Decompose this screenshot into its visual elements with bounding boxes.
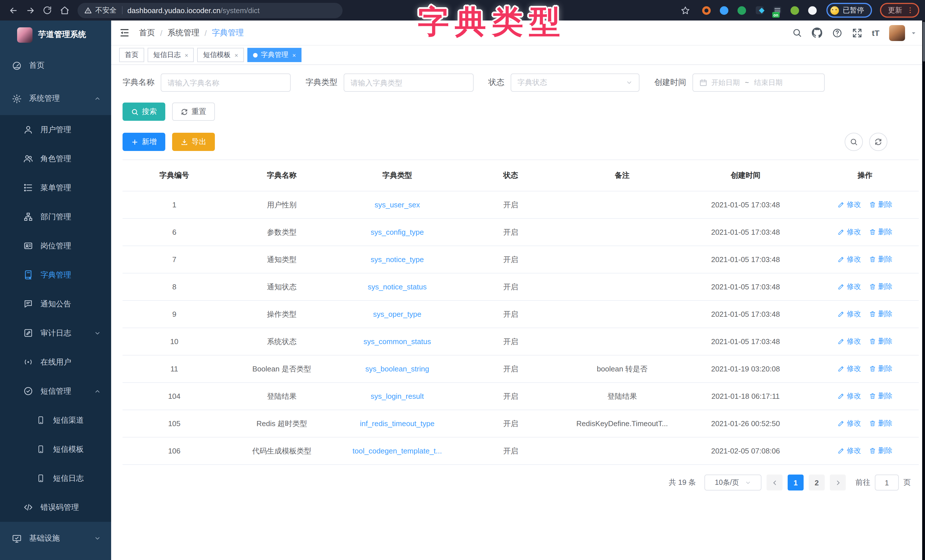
cell-type[interactable]: tool_codegen_template_t... bbox=[337, 437, 457, 465]
delete-row-button[interactable]: 删除 bbox=[869, 391, 892, 401]
switch-on-extension-icon[interactable]: on bbox=[773, 6, 782, 15]
delete-row-button[interactable]: 删除 bbox=[869, 364, 892, 374]
cell-type[interactable]: sys_login_result bbox=[337, 382, 457, 410]
tab-短信日志[interactable]: 短信日志× bbox=[148, 48, 194, 62]
sidebar-item-error-code[interactable]: 错误码管理 bbox=[0, 493, 111, 522]
dict-type-link[interactable]: sys_notice_type bbox=[371, 255, 424, 264]
edit-row-button[interactable]: 修改 bbox=[838, 309, 861, 319]
scrollbar-thumb[interactable] bbox=[922, 22, 925, 62]
dict-name-field[interactable] bbox=[161, 74, 291, 92]
dict-type-link[interactable]: tool_codegen_template_t... bbox=[353, 447, 442, 455]
page-scrollbar[interactable] bbox=[922, 21, 925, 560]
green-circle-extension-icon[interactable] bbox=[737, 6, 746, 15]
search-button[interactable]: 搜索 bbox=[122, 102, 165, 121]
sidebar-item-notice[interactable]: 通知公告 bbox=[0, 289, 111, 318]
cell-type[interactable]: inf_redis_timeout_type bbox=[337, 410, 457, 437]
sidebar-item-menu[interactable]: 菜单管理 bbox=[0, 173, 111, 202]
close-tab-icon[interactable]: × bbox=[292, 51, 296, 59]
plant-extension-icon[interactable] bbox=[790, 6, 799, 15]
sidebar-item-online-users[interactable]: 在线用户 bbox=[0, 348, 111, 376]
dict-type-link[interactable]: sys_oper_type bbox=[373, 310, 421, 318]
sidebar-item-home[interactable]: 首页 bbox=[0, 49, 111, 82]
cell-type[interactable]: sys_boolean_string bbox=[337, 355, 457, 382]
breadcrumb-item[interactable]: 首页 bbox=[139, 28, 155, 38]
sidebar-item-role[interactable]: 角色管理 bbox=[0, 144, 111, 173]
sidebar-item-post[interactable]: 岗位管理 bbox=[0, 231, 111, 260]
delete-row-button[interactable]: 删除 bbox=[869, 254, 892, 264]
close-tab-icon[interactable]: × bbox=[235, 51, 238, 59]
toggle-search-icon[interactable] bbox=[845, 133, 863, 151]
breadcrumb-item[interactable]: 字典管理 bbox=[212, 28, 244, 38]
close-tab-icon[interactable]: × bbox=[185, 51, 188, 59]
orange-ring-extension-icon[interactable] bbox=[702, 6, 711, 15]
cell-type[interactable]: sys_notice_status bbox=[337, 273, 457, 301]
search-icon[interactable] bbox=[792, 28, 802, 38]
dict-type-link[interactable]: sys_common_status bbox=[363, 337, 431, 346]
edit-row-button[interactable]: 修改 bbox=[838, 200, 861, 210]
edit-row-button[interactable]: 修改 bbox=[838, 337, 861, 346]
tab-首页[interactable]: 首页 bbox=[119, 48, 144, 62]
refresh-table-icon[interactable] bbox=[869, 133, 887, 151]
edit-row-button[interactable]: 修改 bbox=[838, 391, 861, 401]
prev-page-button[interactable] bbox=[767, 474, 782, 491]
edit-row-button[interactable]: 修改 bbox=[838, 419, 861, 428]
blue-lamp-extension-icon[interactable] bbox=[720, 6, 729, 15]
cell-type[interactable]: sys_common_status bbox=[337, 328, 457, 355]
cell-type[interactable]: sys_user_sex bbox=[337, 191, 457, 218]
font-size-icon[interactable]: tT bbox=[872, 28, 880, 37]
edit-row-button[interactable]: 修改 bbox=[838, 364, 861, 374]
page-button-1[interactable]: 1 bbox=[788, 474, 804, 491]
dict-type-link[interactable]: sys_notice_status bbox=[368, 283, 427, 291]
reload-icon[interactable] bbox=[40, 3, 55, 18]
add-button[interactable]: 新增 bbox=[122, 133, 165, 151]
paused-extension-badge[interactable]: 已暂停 bbox=[826, 3, 872, 18]
dict-type-input[interactable] bbox=[351, 78, 467, 87]
github-icon[interactable] bbox=[812, 27, 823, 38]
back-icon[interactable] bbox=[6, 3, 21, 18]
reset-button[interactable]: 重置 bbox=[172, 102, 215, 121]
goto-page-input[interactable] bbox=[875, 474, 899, 491]
export-button[interactable]: 导出 bbox=[172, 133, 215, 151]
sidebar-item-audit-log[interactable]: 审计日志 bbox=[0, 318, 111, 348]
question-icon[interactable] bbox=[832, 28, 842, 38]
puzzle-extension-icon[interactable] bbox=[808, 6, 817, 15]
delete-row-button[interactable]: 删除 bbox=[869, 282, 892, 292]
dict-name-input[interactable] bbox=[167, 78, 284, 87]
breadcrumb-item[interactable]: 系统管理 bbox=[167, 28, 199, 38]
menu-dots-icon[interactable] bbox=[906, 3, 914, 18]
edit-row-button[interactable]: 修改 bbox=[838, 446, 861, 456]
collapse-sidebar-icon[interactable] bbox=[119, 27, 130, 38]
fullscreen-icon[interactable] bbox=[852, 28, 862, 38]
edit-row-button[interactable]: 修改 bbox=[838, 227, 861, 237]
sidebar-item-dict[interactable]: 字典管理 bbox=[0, 260, 111, 289]
page-button-2[interactable]: 2 bbox=[809, 474, 825, 491]
next-page-button[interactable] bbox=[830, 474, 846, 491]
sidebar-item-sms-log[interactable]: 短信日志 bbox=[0, 464, 111, 493]
tab-短信模板[interactable]: 短信模板× bbox=[197, 48, 244, 62]
address-bar[interactable]: 不安全 dashboard.yudao.iocoder.cn/system/di… bbox=[77, 3, 342, 18]
app-logo[interactable]: 芋道管理系统 bbox=[0, 21, 111, 49]
date-range-picker[interactable]: 开始日期 ~ 结束日期 bbox=[693, 74, 825, 92]
sidebar-item-sms[interactable]: 短信管理 bbox=[0, 376, 111, 406]
sidebar-item-user[interactable]: 用户管理 bbox=[0, 115, 111, 144]
dict-type-link[interactable]: sys_config_type bbox=[371, 228, 424, 236]
delete-row-button[interactable]: 删除 bbox=[869, 337, 892, 346]
delete-row-button[interactable]: 删除 bbox=[869, 227, 892, 237]
user-avatar[interactable] bbox=[889, 25, 905, 41]
cell-type[interactable]: sys_notice_type bbox=[337, 246, 457, 273]
sidebar-item-infra[interactable]: 基础设施 bbox=[0, 522, 111, 555]
page-size-select[interactable]: 10条/页 bbox=[704, 474, 761, 491]
delete-row-button[interactable]: 删除 bbox=[869, 309, 892, 319]
dict-type-link[interactable]: sys_login_result bbox=[371, 392, 424, 400]
dict-type-link[interactable]: sys_boolean_string bbox=[365, 364, 429, 373]
status-select[interactable]: 字典状态 bbox=[511, 74, 639, 92]
dict-type-link[interactable]: inf_redis_timeout_type bbox=[360, 419, 435, 428]
edit-row-button[interactable]: 修改 bbox=[838, 254, 861, 264]
dict-type-field[interactable] bbox=[343, 74, 474, 92]
cell-type[interactable]: sys_oper_type bbox=[337, 301, 457, 328]
dict-type-link[interactable]: sys_user_sex bbox=[374, 200, 420, 209]
sidebar-item-sms-channel[interactable]: 短信渠道 bbox=[0, 406, 111, 435]
browser-update-button[interactable]: 更新 bbox=[880, 3, 919, 18]
grid-diamond-extension-icon[interactable] bbox=[755, 6, 764, 15]
delete-row-button[interactable]: 删除 bbox=[869, 446, 892, 456]
